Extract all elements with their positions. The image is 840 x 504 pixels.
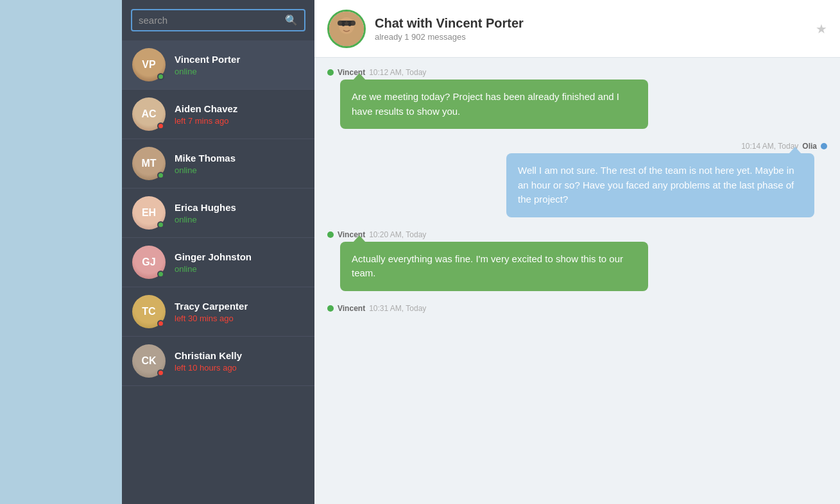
contact-info-erica-hughes: Erica Hughes online bbox=[175, 202, 236, 224]
status-dot-christian-kelly bbox=[157, 369, 164, 376]
contact-info-tracy-carpenter: Tracy Carpenter left 30 mins ago bbox=[175, 301, 248, 323]
contact-item-tracy-carpenter[interactable]: TC Tracy Carpenter left 30 mins ago bbox=[122, 287, 314, 337]
contact-name-mike-thomas: Mike Thomas bbox=[175, 153, 236, 164]
contact-name-christian-kelly: Christian Kelly bbox=[175, 350, 242, 361]
chat-header-avatar-image bbox=[329, 12, 364, 46]
contact-info-christian-kelly: Christian Kelly left 10 hours ago bbox=[175, 350, 242, 373]
chat-area: Chat with Vincent Porter already 1 902 m… bbox=[314, 0, 840, 504]
sender-dot-msg1 bbox=[327, 69, 334, 76]
avatar-wrap-mike-thomas: MT bbox=[132, 147, 166, 180]
avatar-wrap-ginger-johnston: GJ bbox=[132, 246, 166, 279]
contact-info-aiden-chavez: Aiden Chavez left 7 mins ago bbox=[175, 103, 237, 126]
message-meta-msg4: Vincent 10:31 AM, Today bbox=[327, 304, 827, 313]
chat-header-name: Chat with Vincent Porter bbox=[375, 16, 816, 31]
contact-status-aiden-chavez: left 7 mins ago bbox=[175, 116, 237, 126]
contact-info-vincent-porter: Vincent Porter online bbox=[175, 54, 240, 76]
sender-dot-msg2 bbox=[821, 143, 827, 149]
avatar-wrap-vincent-porter: VP bbox=[132, 48, 166, 81]
message-meta-msg1: Vincent 10:12 AM, Today bbox=[327, 68, 827, 77]
contact-item-vincent-porter[interactable]: VP Vincent Porter online bbox=[122, 40, 314, 90]
contacts-list: VP Vincent Porter online AC Aiden Chavez… bbox=[122, 40, 314, 504]
svg-rect-7 bbox=[338, 21, 356, 26]
contact-item-erica-hughes[interactable]: EH Erica Hughes online bbox=[122, 189, 314, 238]
contact-status-erica-hughes: online bbox=[175, 215, 236, 224]
contact-item-mike-thomas[interactable]: MT Mike Thomas online bbox=[122, 139, 314, 189]
message-bubble-msg3: Actually everything was fine. I'm very e… bbox=[340, 242, 648, 291]
avatar-wrap-erica-hughes: EH bbox=[132, 196, 166, 230]
message-group-msg1: Vincent 10:12 AM, Today Are we meeting t… bbox=[327, 68, 827, 129]
messages-area: Vincent 10:12 AM, Today Are we meeting t… bbox=[314, 58, 840, 504]
message-time-msg1: 10:12 AM, Today bbox=[369, 68, 426, 77]
avatar-wrap-christian-kelly: CK bbox=[132, 344, 166, 378]
status-dot-erica-hughes bbox=[157, 221, 164, 228]
message-meta-msg2: 10:14 AM, Today Olia bbox=[327, 142, 827, 151]
message-bubble-msg1: Are we meeting today? Project has been a… bbox=[340, 80, 648, 129]
status-dot-mike-thomas bbox=[157, 172, 164, 179]
contact-name-ginger-johnston: Ginger Johnston bbox=[175, 251, 252, 262]
status-dot-ginger-johnston bbox=[157, 271, 164, 278]
contact-name-vincent-porter: Vincent Porter bbox=[175, 54, 240, 65]
search-bar-container: 🔍 bbox=[122, 0, 314, 40]
contact-name-aiden-chavez: Aiden Chavez bbox=[175, 103, 237, 114]
sidebar: 🔍 VP Vincent Porter online AC Aiden Chav… bbox=[122, 0, 314, 504]
favorite-star-button[interactable]: ★ bbox=[816, 21, 827, 37]
message-meta-msg3: Vincent 10:20 AM, Today bbox=[327, 230, 827, 239]
chat-header-message-count: already 1 902 messages bbox=[375, 32, 816, 42]
message-time-msg4: 10:31 AM, Today bbox=[369, 304, 426, 313]
message-group-msg2: 10:14 AM, Today Olia Well I am not sure.… bbox=[327, 142, 827, 217]
message-sender-msg4: Vincent bbox=[338, 304, 365, 313]
contact-status-ginger-johnston: online bbox=[175, 264, 252, 274]
status-dot-vincent-porter bbox=[157, 73, 164, 80]
message-group-msg3: Vincent 10:20 AM, Today Actually everyth… bbox=[327, 230, 827, 291]
chat-header: Chat with Vincent Porter already 1 902 m… bbox=[314, 0, 840, 58]
avatar-wrap-aiden-chavez: AC bbox=[132, 97, 166, 131]
contact-name-erica-hughes: Erica Hughes bbox=[175, 202, 236, 213]
contact-info-mike-thomas: Mike Thomas online bbox=[175, 153, 236, 175]
search-input[interactable] bbox=[139, 15, 285, 26]
sender-dot-msg4 bbox=[327, 305, 334, 312]
contact-item-christian-kelly[interactable]: CK Christian Kelly left 10 hours ago bbox=[122, 337, 314, 386]
contact-item-ginger-johnston[interactable]: GJ Ginger Johnston online bbox=[122, 238, 314, 287]
status-dot-tracy-carpenter bbox=[157, 320, 164, 327]
message-time-msg3: 10:20 AM, Today bbox=[369, 230, 426, 239]
search-button[interactable]: 🔍 bbox=[285, 14, 298, 26]
message-bubble-msg2: Well I am not sure. The rest of the team… bbox=[506, 153, 814, 217]
search-input-wrap[interactable]: 🔍 bbox=[131, 9, 305, 31]
contact-name-tracy-carpenter: Tracy Carpenter bbox=[175, 301, 248, 312]
message-group-msg4: Vincent 10:31 AM, Today bbox=[327, 304, 827, 315]
status-dot-aiden-chavez bbox=[157, 122, 164, 130]
chat-header-info: Chat with Vincent Porter already 1 902 m… bbox=[375, 16, 816, 42]
contact-status-vincent-porter: online bbox=[175, 67, 240, 76]
contact-item-aiden-chavez[interactable]: AC Aiden Chavez left 7 mins ago bbox=[122, 90, 314, 139]
contact-status-mike-thomas: online bbox=[175, 165, 236, 175]
chat-header-avatar bbox=[327, 10, 366, 48]
contact-status-christian-kelly: left 10 hours ago bbox=[175, 363, 242, 373]
contact-info-ginger-johnston: Ginger Johnston online bbox=[175, 251, 252, 274]
sender-dot-msg3 bbox=[327, 231, 334, 238]
left-background bbox=[0, 0, 122, 504]
contact-status-tracy-carpenter: left 30 mins ago bbox=[175, 314, 248, 323]
avatar-wrap-tracy-carpenter: TC bbox=[132, 295, 166, 328]
message-sender-msg2: Olia bbox=[802, 142, 817, 151]
